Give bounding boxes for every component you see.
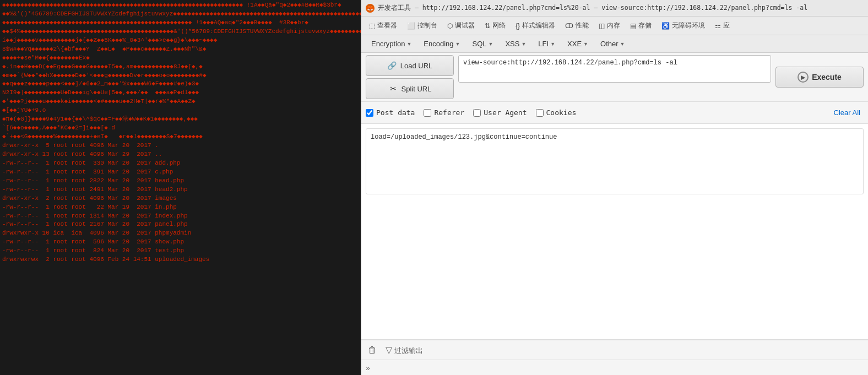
apps-button[interactable]: ⚏ 应 [710, 19, 734, 33]
trash-icon: 🗑 [368, 345, 377, 355]
load-url-icon: 🔗 [387, 61, 397, 70]
performance-button[interactable]: ↀ 性能 [561, 19, 593, 33]
other-arrow-icon: ▼ [620, 41, 625, 47]
sql-arrow-icon: ▼ [489, 41, 493, 47]
trash-icon-button[interactable]: 🗑 [366, 344, 379, 356]
tab-lfi[interactable]: LFI ▼ [533, 37, 561, 51]
clear-all-button[interactable]: Clear All [831, 107, 864, 118]
window-title: 开发者工具 — http://192.168.124.22/panel.php?… [378, 4, 807, 12]
cookies-checkbox[interactable] [536, 109, 544, 117]
debugger-button[interactable]: ⬡ 调试器 [443, 19, 479, 33]
expand-row: » [361, 360, 868, 375]
storage-button[interactable]: ▤ 存储 [626, 19, 656, 33]
post-data-input[interactable] [366, 128, 864, 194]
network-icon: ⇅ [485, 22, 490, 30]
split-url-button[interactable]: ✂ Split URL [366, 78, 454, 99]
tab-xxe[interactable]: XXE ▼ [562, 37, 594, 51]
console-icon: ⬜ [407, 22, 415, 30]
filter-icon: ▽ [386, 345, 392, 355]
split-url-icon: ✂ [388, 84, 398, 94]
tab-encryption[interactable]: Encryption ▼ [366, 37, 417, 51]
style-editor-button[interactable]: {} 样式编辑器 [511, 19, 560, 33]
load-url-button[interactable]: 🔗 Load URL [366, 55, 454, 76]
devtools-toolbar: ⬚ 查看器 ⬜ 控制台 ⬡ 调试器 ⇅ 网络 {} 样式编辑器 ↀ 性能 ◫ 内… [361, 17, 868, 35]
inspector-icon: ⬚ [369, 22, 375, 30]
encryption-arrow-icon: ▼ [406, 41, 411, 47]
tab-encoding[interactable]: Encoding ▼ [418, 37, 465, 51]
style-editor-icon: {} [516, 22, 520, 30]
user-agent-checkbox[interactable] [473, 109, 481, 117]
url-action-buttons: 🔗 Load URL ✂ Split URL [366, 55, 454, 99]
main-content-area: 🔗 Load URL ✂ Split URL ▶ Execute Post da [361, 53, 868, 375]
terminal-panel: ◆◆◆◆◆◆◆◆◆◆◆◆◆◆◆◆◆◆◆◆◆◆◆◆◆◆◆◆◆◆◆◆◆◆◆◆◆◆◆◆… [0, 0, 361, 375]
url-row: 🔗 Load URL ✂ Split URL ▶ Execute [361, 53, 868, 102]
chevron-right-icon: » [366, 363, 370, 372]
cookies-checkbox-label[interactable]: Cookies [536, 108, 577, 117]
execute-play-icon: ▶ [798, 72, 809, 83]
user-agent-checkbox-label[interactable]: User Agent [473, 108, 527, 117]
execute-button[interactable]: ▶ Execute [775, 67, 864, 88]
debugger-icon: ⬡ [447, 22, 453, 30]
apps-icon: ⚏ [715, 22, 721, 30]
storage-icon: ▤ [630, 22, 636, 30]
firefox-icon: 🦊 [366, 4, 375, 13]
nav-tabs-row: Encryption ▼ Encoding ▼ SQL ▼ XSS ▼ LFI … [361, 35, 868, 53]
filter-button[interactable]: ▽ 过滤输出 [383, 344, 425, 357]
url-input-field[interactable] [458, 55, 771, 83]
referer-checkbox-label[interactable]: Referer [424, 108, 464, 117]
xss-arrow-icon: ▼ [521, 41, 526, 47]
post-data-area [361, 124, 868, 340]
network-button[interactable]: ⇅ 网络 [480, 19, 510, 33]
console-button[interactable]: ⬜ 控制台 [403, 19, 442, 33]
post-data-checkbox-label[interactable]: Post data [366, 108, 415, 117]
expand-button[interactable]: » [366, 363, 370, 372]
url-input-area [458, 55, 771, 99]
filter-row: 🗑 ▽ 过滤输出 [361, 340, 868, 360]
performance-icon: ↀ [565, 22, 573, 30]
accessibility-icon: ♿ [661, 22, 670, 30]
inspector-button[interactable]: ⬚ 查看器 [365, 19, 402, 33]
referer-checkbox[interactable] [424, 109, 431, 117]
tab-xss[interactable]: XSS ▼ [500, 37, 531, 51]
options-row: Post data Referer User Agent Cookies Cle… [361, 102, 868, 124]
tab-other[interactable]: Other ▼ [595, 37, 630, 51]
title-bar: 🦊 开发者工具 — http://192.168.124.22/panel.ph… [361, 0, 868, 17]
post-data-checkbox[interactable] [366, 109, 373, 117]
memory-button[interactable]: ◫ 内存 [594, 19, 625, 33]
devtools-panel: 🦊 开发者工具 — http://192.168.124.22/panel.ph… [361, 0, 868, 375]
memory-icon: ◫ [599, 22, 605, 30]
terminal-output: ◆◆◆◆◆◆◆◆◆◆◆◆◆◆◆◆◆◆◆◆◆◆◆◆◆◆◆◆◆◆◆◆◆◆◆◆◆◆◆◆… [0, 0, 361, 265]
encoding-arrow-icon: ▼ [455, 41, 460, 47]
accessibility-button[interactable]: ♿ 无障碍环境 [657, 19, 709, 33]
xxe-arrow-icon: ▼ [583, 41, 588, 47]
tab-sql[interactable]: SQL ▼ [466, 37, 498, 51]
lfi-arrow-icon: ▼ [550, 41, 555, 47]
